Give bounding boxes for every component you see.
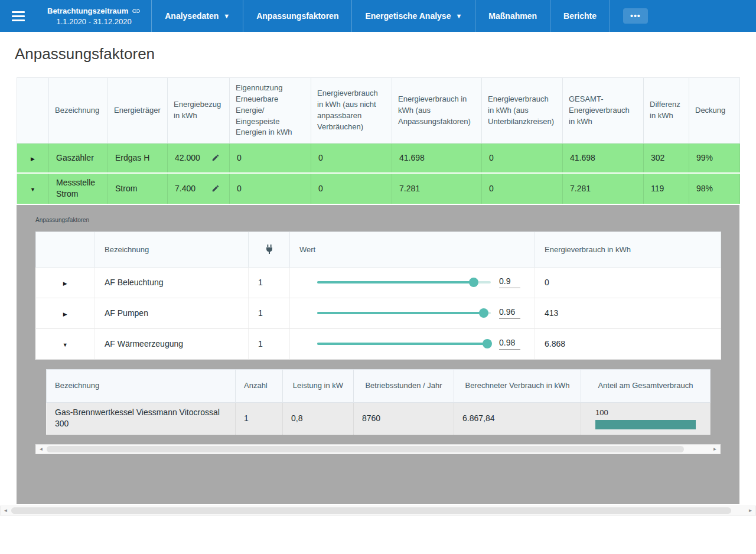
scroll-left-arrow[interactable]: ◄: [1, 506, 11, 515]
scroll-right-arrow[interactable]: ►: [710, 445, 720, 454]
page-title: Anpassungsfaktoren: [15, 45, 756, 63]
af-cell-energieverbrauch: 413: [535, 298, 721, 328]
af-row-expander-cell: ▼: [36, 328, 95, 359]
scroll-right-arrow[interactable]: ►: [745, 506, 755, 515]
af-row-expander-cell: ▶: [36, 298, 95, 328]
nav-analysedaten[interactable]: Analysedaten ▼: [151, 0, 243, 32]
expand-arrow-collapsed-icon[interactable]: ▶: [63, 281, 67, 286]
slider-thumb[interactable]: [479, 308, 488, 318]
cell-energietraeger: Erdgas H: [108, 144, 168, 173]
wert-slider[interactable]: [317, 308, 491, 318]
row-expander-cell: ▼: [17, 173, 49, 204]
col-bezeichnung: Bezeichnung: [49, 78, 108, 144]
cell-gesamt: 41.698: [563, 144, 644, 173]
nested-col-bezeichnung: Bezeichnung: [47, 369, 236, 402]
verbraucher-table: Bezeichnung Anzahl Leistung in kW Betrie…: [46, 369, 711, 435]
af-cell-count: 1: [249, 267, 290, 298]
col-ev-anpassungsfaktoren: Energieverbrauch in kWh (aus Anpassungsf…: [392, 78, 482, 144]
cell-bezeichnung: Gaszähler: [49, 144, 108, 173]
af-col-wert: Wert: [290, 232, 535, 267]
col-energietraeger: Energieträger: [108, 78, 168, 144]
more-dots-icon: •••: [623, 8, 648, 24]
menu-icon[interactable]: [0, 0, 37, 32]
edit-pencil-icon[interactable]: [211, 184, 220, 193]
expand-arrow-collapsed-icon[interactable]: ▶: [31, 155, 35, 163]
main-table-container: Bezeichnung Energieträger Energiebezug i…: [17, 77, 739, 205]
cell-ev-anpassungsfaktoren: 41.698: [392, 144, 482, 173]
nested-cell-bezeichnung: Gas-Brennwertkessel Viessmann Vitocrossa…: [47, 402, 236, 434]
page-horizontal-scrollbar[interactable]: ◄ ►: [0, 506, 756, 516]
nested-col-anteil: Anteil am Gesamtverbrauch: [581, 369, 711, 402]
af-cell-wert: 0.98: [290, 328, 535, 359]
nested-cell-anzahl: 1: [236, 402, 283, 434]
energiebezug-value: 42.000: [175, 152, 200, 164]
expand-arrow-collapsed-icon[interactable]: ▶: [63, 311, 67, 317]
nav-berichte-label: Berichte: [563, 11, 597, 21]
nested-cell-anteil: 100: [581, 402, 711, 434]
wert-slider[interactable]: [317, 277, 491, 288]
scrollbar-thumb[interactable]: [47, 446, 684, 452]
edit-pencil-icon[interactable]: [211, 154, 220, 162]
wert-value-input[interactable]: 0.9: [499, 276, 520, 288]
wert-slider[interactable]: [317, 338, 491, 349]
nested-cell-betriebsstunden: 8760: [354, 402, 454, 434]
nav-more-button[interactable]: •••: [610, 0, 661, 32]
slider-thumb[interactable]: [483, 339, 492, 348]
col-differenz: Differenz in kWh: [644, 78, 689, 144]
cell-ev-nicht-anpassbar: 0: [311, 173, 392, 204]
cell-ev-anpassungsfaktoren: 7.281: [392, 173, 482, 204]
nav-energetische-analyse[interactable]: Energetische Analyse ▼: [351, 0, 475, 32]
af-row-pumpen: ▶ AF Pumpen 1 0.96 413: [36, 298, 721, 328]
nav-anpassungsfaktoren-label: Anpassungsfaktoren: [256, 11, 338, 21]
nested-cell-verbrauch: 6.867,84: [454, 402, 581, 434]
wert-value-input[interactable]: 0.98: [499, 338, 520, 350]
expand-arrow-expanded-icon[interactable]: ▼: [63, 342, 68, 348]
af-cell-wert: 0.9: [290, 267, 535, 298]
scrollbar-track[interactable]: [46, 445, 710, 454]
af-cell-name: AF Pumpen: [95, 298, 249, 328]
af-cell-wert: 0.96: [290, 298, 535, 328]
af-cell-name: AF Beleuchtung: [95, 267, 249, 298]
nav-massnahmen[interactable]: Maßnahmen: [475, 0, 550, 32]
cell-bezeichnung: Messstelle Strom: [49, 173, 108, 204]
cell-energiebezug: 7.400: [168, 173, 230, 204]
af-table-header-row: Bezeichnung Wert Energieverbrauch in kWh: [36, 232, 721, 267]
nested-col-betriebsstunden: Betriebsstunden / Jahr: [354, 369, 454, 402]
nav-anpassungsfaktoren[interactable]: Anpassungsfaktoren: [243, 0, 351, 32]
anteil-value: 100: [595, 408, 696, 418]
slider-thumb[interactable]: [469, 278, 478, 287]
nav-massnahmen-label: Maßnahmen: [488, 11, 537, 21]
cell-differenz: 302: [644, 144, 689, 173]
cell-ev-unterbilanz: 0: [482, 173, 563, 204]
wert-value-input[interactable]: 0.96: [499, 307, 520, 319]
nav-energetische-analyse-label: Energetische Analyse: [365, 11, 451, 21]
af-cell-count: 1: [249, 298, 290, 328]
scrollbar-track[interactable]: [11, 506, 745, 515]
betrachtungszeitraum-selector[interactable]: Betrachtungszeitraum 1.1.2020 - 31.12.20…: [37, 0, 151, 32]
scrollbar-thumb[interactable]: [11, 507, 731, 514]
nav-berichte[interactable]: Berichte: [550, 0, 610, 32]
period-value: 1.1.2020 - 31.12.2020: [57, 17, 132, 26]
col-energiebezug: Energiebezug in kWh: [168, 78, 230, 144]
inner-horizontal-scrollbar[interactable]: ◄ ►: [35, 444, 721, 454]
scroll-left-arrow[interactable]: ◄: [36, 445, 46, 454]
expand-arrow-expanded-icon[interactable]: ▼: [30, 186, 35, 194]
table-row-gaszaehler: ▶ Gaszähler Erdgas H 42.000 0 0 41.698 0…: [17, 144, 740, 173]
row-expander-cell: ▶: [17, 144, 49, 173]
cell-differenz: 119: [644, 173, 689, 204]
cell-eigennutzung: 0: [230, 173, 311, 204]
nested-col-anzahl: Anzahl: [236, 369, 283, 402]
af-cell-count: 1: [249, 328, 290, 359]
main-table-header-row: Bezeichnung Energieträger Energiebezug i…: [17, 78, 740, 144]
af-cell-energieverbrauch: 6.868: [535, 328, 721, 359]
af-row-waermeerzeugung: ▼ AF Wärmeerzeugung 1 0.98 6.868: [36, 328, 721, 359]
col-gesamt: GESAMT-Energieverbrauch in kWh: [563, 78, 644, 144]
expander-header: [17, 78, 49, 144]
chevron-down-icon: ▼: [223, 13, 230, 19]
col-ev-unterbilanz: Energieverbrauch in kWh (aus Unterbilanz…: [482, 78, 563, 144]
link-icon: [132, 6, 141, 15]
nested-table-row: Gas-Brennwertkessel Viessmann Vitocrossa…: [47, 402, 711, 434]
af-row-expander-cell: ▶: [36, 267, 95, 298]
period-label: Betrachtungszeitraum: [47, 6, 128, 15]
energiebezug-value: 7.400: [175, 183, 195, 195]
